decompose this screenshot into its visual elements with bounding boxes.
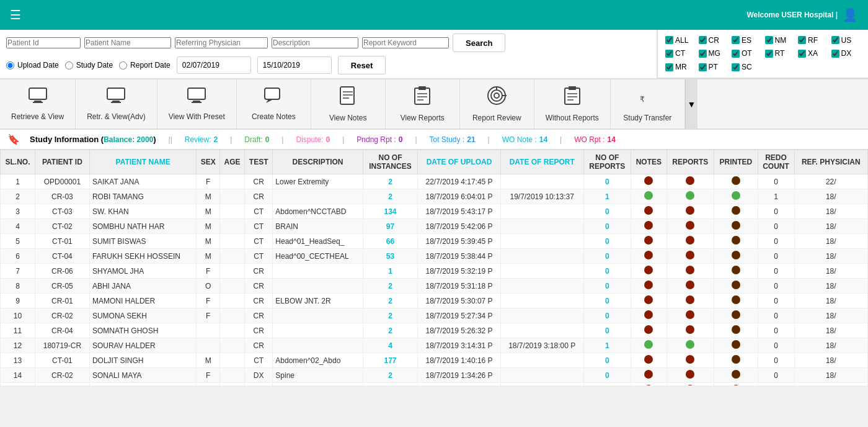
toolbar-item-without-reports[interactable]: Without Reports xyxy=(534,79,611,128)
toolbar-item-retrieve---view[interactable]: Retrieve & View xyxy=(0,79,76,128)
printed-dot[interactable] xyxy=(732,325,740,334)
toolbar-item-view-with-preset[interactable]: View With Preset xyxy=(157,79,237,128)
search-button[interactable]: Search xyxy=(453,34,505,52)
table-row[interactable]: 15180719-CR2PrathameshMCTBRAIN9718/7/201… xyxy=(1,383,868,386)
notes-dot[interactable] xyxy=(644,325,653,334)
toolbar-item-view-notes[interactable]: View Notes xyxy=(311,79,386,128)
reports-dot[interactable] xyxy=(686,370,694,379)
notes-dot[interactable] xyxy=(644,191,653,200)
reports-dot[interactable] xyxy=(686,176,694,185)
upload-date-radio[interactable] xyxy=(6,61,14,70)
notes-dot[interactable] xyxy=(644,340,653,349)
table-row[interactable]: 9CR-01MAMONI HALDERFCRELBOW JNT. 2R218/7… xyxy=(1,294,868,308)
toolbar-item-study-transfer[interactable]: ₹Study Transfer xyxy=(611,79,685,128)
notes-dot[interactable] xyxy=(644,221,653,230)
toolbar-item-retr----view-adv-[interactable]: Retr. & View(Adv) xyxy=(76,79,157,128)
reports-dot[interactable] xyxy=(686,221,694,230)
report-date-radio[interactable] xyxy=(119,61,127,70)
printed-dot[interactable] xyxy=(732,295,740,304)
modality-checkbox-mg[interactable] xyxy=(699,50,707,58)
referring-physician-input[interactable] xyxy=(175,37,268,48)
reports-dot[interactable] xyxy=(686,281,694,289)
study-date-radio-group[interactable]: Study Date xyxy=(65,61,113,70)
date-to-input[interactable] xyxy=(257,56,332,74)
modality-checkbox-xa[interactable] xyxy=(798,50,806,58)
table-row[interactable]: 11CR-04SOMNATH GHOSHCR218/7/2019 5:26:32… xyxy=(1,323,868,338)
reports-dot[interactable] xyxy=(686,266,694,274)
study-date-radio[interactable] xyxy=(65,61,73,70)
modality-item-us[interactable]: US xyxy=(831,36,861,45)
toolbar-item-view-reports[interactable]: View Reports xyxy=(386,79,460,128)
printed-dot[interactable] xyxy=(732,176,740,185)
reports-dot[interactable] xyxy=(686,206,694,215)
modality-checkbox-sc[interactable] xyxy=(732,63,740,71)
printed-dot[interactable] xyxy=(732,236,740,245)
notes-dot[interactable] xyxy=(644,281,653,289)
reports-dot[interactable] xyxy=(686,340,694,349)
modality-checkbox-rt[interactable] xyxy=(765,50,773,58)
modality-checkbox-us[interactable] xyxy=(831,36,839,44)
reports-dot[interactable] xyxy=(686,295,694,304)
patient-id-input[interactable] xyxy=(6,37,81,48)
notes-dot[interactable] xyxy=(644,251,653,259)
date-from-input[interactable] xyxy=(177,56,251,74)
modality-checkbox-all[interactable] xyxy=(665,36,673,44)
table-row[interactable]: 13CT-01DOLJIT SINGHMCTAbdomen^02_Abdo177… xyxy=(1,353,868,368)
printed-dot[interactable] xyxy=(732,206,740,215)
printed-dot[interactable] xyxy=(732,370,740,379)
modality-item-nm[interactable]: NM xyxy=(765,36,795,45)
toolbar-item-create-notes[interactable]: Create Notes xyxy=(237,79,311,128)
reports-dot[interactable] xyxy=(686,191,694,200)
modality-checkbox-pt[interactable] xyxy=(699,63,707,71)
toolbar-item-report-review[interactable]: Report Review xyxy=(460,79,534,128)
table-row[interactable]: 12180719-CRSOURAV HALDERCR418/7/2019 3:1… xyxy=(1,338,868,353)
notes-dot[interactable] xyxy=(644,355,653,364)
table-row[interactable]: 14CR-02SONALI MAYAFDXSpine218/7/2019 1:3… xyxy=(1,368,868,383)
report-keyword-input[interactable] xyxy=(362,37,449,48)
notes-dot[interactable] xyxy=(644,266,653,274)
toolbar-scroll-btn[interactable]: ▼ xyxy=(685,79,698,128)
modality-item-rt[interactable]: RT xyxy=(765,49,795,58)
table-row[interactable]: 10CR-02SUMONA SEKHFCR218/7/2019 5:27:34 … xyxy=(1,308,868,323)
modality-item-all[interactable]: ALL xyxy=(665,36,695,45)
modality-item-sc[interactable]: SC xyxy=(732,63,761,71)
reports-dot[interactable] xyxy=(686,310,694,319)
table-row[interactable]: 3CT-03SW. KHANMCTAbdomen^NCCTABD13418/7/… xyxy=(1,204,868,219)
reset-button[interactable]: Reset xyxy=(338,56,386,74)
notes-dot[interactable] xyxy=(644,206,653,215)
modality-checkbox-cr[interactable] xyxy=(699,36,707,44)
printed-dot[interactable] xyxy=(732,221,740,230)
printed-dot[interactable] xyxy=(732,281,740,289)
modality-item-es[interactable]: ES xyxy=(732,36,761,45)
modality-checkbox-es[interactable] xyxy=(732,36,740,44)
modality-checkbox-ct[interactable] xyxy=(665,50,673,58)
modality-item-ot[interactable]: OT xyxy=(732,49,761,58)
printed-dot[interactable] xyxy=(732,310,740,319)
modality-checkbox-ot[interactable] xyxy=(732,50,740,58)
notes-dot[interactable] xyxy=(644,295,653,304)
notes-dot[interactable] xyxy=(644,176,653,185)
printed-dot[interactable] xyxy=(732,355,740,364)
modality-item-dx[interactable]: DX xyxy=(831,49,861,58)
table-row[interactable]: 7CR-06SHYAMOL JHAFCR118/7/2019 5:32:19 P… xyxy=(1,264,868,279)
modality-item-rf[interactable]: RF xyxy=(798,36,828,45)
printed-dot[interactable] xyxy=(732,191,740,200)
modality-checkbox-mr[interactable] xyxy=(665,63,673,71)
notes-dot[interactable] xyxy=(644,370,653,379)
modality-item-cr[interactable]: CR xyxy=(699,36,728,45)
modality-checkbox-nm[interactable] xyxy=(765,36,773,44)
modality-item-mr[interactable]: MR xyxy=(665,63,695,71)
table-row[interactable]: 1OPD00001SAIKAT JANAFCRLower Extremity22… xyxy=(1,174,868,189)
reports-dot[interactable] xyxy=(686,236,694,245)
table-row[interactable]: 2CR-03ROBI TAMANGMCR218/7/2019 6:04:01 P… xyxy=(1,189,868,204)
modality-item-pt[interactable]: PT xyxy=(699,63,728,71)
modality-item-ct[interactable]: CT xyxy=(665,49,695,58)
report-date-radio-group[interactable]: Report Date xyxy=(119,61,170,70)
modality-item-mg[interactable]: MG xyxy=(699,49,728,58)
reports-dot[interactable] xyxy=(686,251,694,259)
description-input[interactable] xyxy=(272,37,358,48)
menu-icon[interactable]: ☰ xyxy=(10,7,21,22)
notes-dot[interactable] xyxy=(644,310,653,319)
modality-checkbox-dx[interactable] xyxy=(831,50,839,58)
notes-dot[interactable] xyxy=(644,236,653,245)
